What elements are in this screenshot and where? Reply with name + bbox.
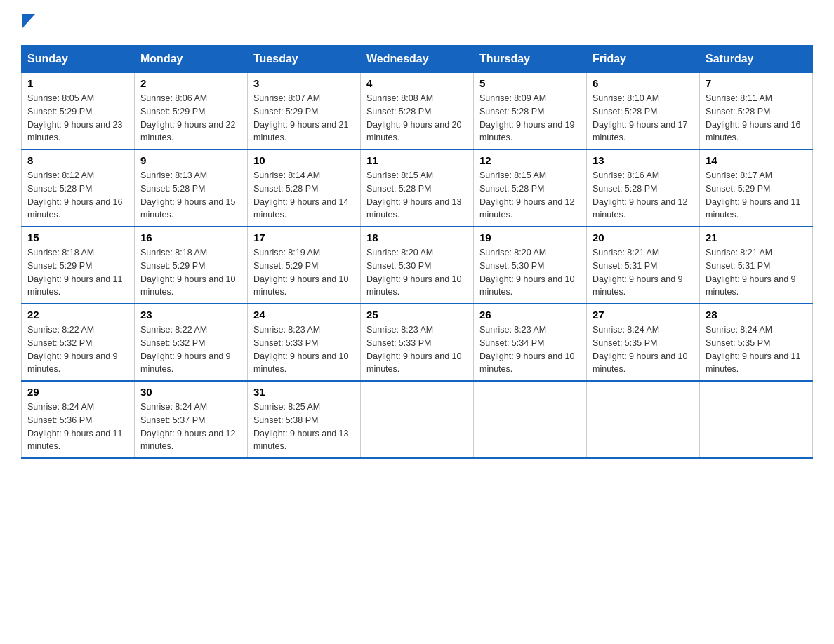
calendar-cell: 19 Sunrise: 8:20 AM Sunset: 5:30 PM Dayl… (474, 227, 587, 304)
day-info: Sunrise: 8:24 AM Sunset: 5:37 PM Dayligh… (140, 401, 241, 453)
calendar-cell: 27 Sunrise: 8:24 AM Sunset: 5:35 PM Dayl… (587, 304, 700, 381)
day-number: 17 (253, 232, 355, 243)
day-info: Sunrise: 8:09 AM Sunset: 5:28 PM Dayligh… (479, 92, 581, 145)
day-number: 5 (479, 77, 581, 89)
calendar-cell: 7 Sunrise: 8:11 AM Sunset: 5:28 PM Dayli… (700, 73, 813, 150)
calendar-cell: 4 Sunrise: 8:08 AM Sunset: 5:28 PM Dayli… (361, 73, 474, 150)
day-number: 31 (253, 386, 355, 398)
calendar-cell (361, 381, 474, 458)
day-number: 16 (140, 232, 241, 243)
day-number: 14 (706, 154, 807, 166)
calendar-cell (700, 381, 813, 458)
header-row: SundayMondayTuesdayWednesdayThursdayFrid… (22, 46, 813, 73)
day-info: Sunrise: 8:21 AM Sunset: 5:31 PM Dayligh… (593, 246, 694, 299)
day-info: Sunrise: 8:22 AM Sunset: 5:32 PM Dayligh… (140, 323, 241, 376)
day-info: Sunrise: 8:24 AM Sunset: 5:35 PM Dayligh… (706, 323, 807, 376)
day-info: Sunrise: 8:14 AM Sunset: 5:28 PM Dayligh… (253, 169, 355, 222)
header-day-saturday: Saturday (700, 46, 813, 73)
calendar-cell: 5 Sunrise: 8:09 AM Sunset: 5:28 PM Dayli… (474, 73, 587, 150)
day-number: 12 (479, 154, 581, 166)
calendar-cell: 18 Sunrise: 8:20 AM Sunset: 5:30 PM Dayl… (361, 227, 474, 304)
calendar-cell: 23 Sunrise: 8:22 AM Sunset: 5:32 PM Dayl… (135, 304, 248, 381)
calendar-week-4: 22 Sunrise: 8:22 AM Sunset: 5:32 PM Dayl… (22, 304, 813, 381)
svg-marker-0 (22, 14, 35, 28)
day-number: 18 (366, 232, 468, 243)
day-info: Sunrise: 8:22 AM Sunset: 5:32 PM Dayligh… (27, 323, 128, 376)
calendar-cell: 3 Sunrise: 8:07 AM Sunset: 5:29 PM Dayli… (248, 73, 361, 150)
day-number: 3 (253, 77, 355, 89)
day-info: Sunrise: 8:23 AM Sunset: 5:33 PM Dayligh… (253, 323, 355, 376)
header-day-thursday: Thursday (474, 46, 587, 73)
calendar-week-3: 15 Sunrise: 8:18 AM Sunset: 5:29 PM Dayl… (22, 227, 813, 304)
day-number: 20 (593, 232, 694, 243)
calendar-cell: 17 Sunrise: 8:19 AM Sunset: 5:29 PM Dayl… (248, 227, 361, 304)
header-day-tuesday: Tuesday (248, 46, 361, 73)
day-number: 26 (479, 309, 581, 321)
day-info: Sunrise: 8:23 AM Sunset: 5:33 PM Dayligh… (366, 323, 468, 376)
calendar-cell: 10 Sunrise: 8:14 AM Sunset: 5:28 PM Dayl… (248, 149, 361, 227)
day-number: 22 (27, 309, 128, 321)
header-day-monday: Monday (135, 46, 248, 73)
calendar-week-5: 29 Sunrise: 8:24 AM Sunset: 5:36 PM Dayl… (22, 381, 813, 458)
day-info: Sunrise: 8:05 AM Sunset: 5:29 PM Dayligh… (27, 92, 128, 145)
calendar-header: SundayMondayTuesdayWednesdayThursdayFrid… (22, 46, 813, 73)
calendar-cell: 21 Sunrise: 8:21 AM Sunset: 5:31 PM Dayl… (700, 227, 813, 304)
day-number: 24 (253, 309, 355, 321)
day-info: Sunrise: 8:23 AM Sunset: 5:34 PM Dayligh… (479, 323, 581, 376)
calendar-cell: 15 Sunrise: 8:18 AM Sunset: 5:29 PM Dayl… (22, 227, 135, 304)
calendar-cell: 30 Sunrise: 8:24 AM Sunset: 5:37 PM Dayl… (135, 381, 248, 458)
day-info: Sunrise: 8:19 AM Sunset: 5:29 PM Dayligh… (253, 246, 355, 299)
calendar-cell: 29 Sunrise: 8:24 AM Sunset: 5:36 PM Dayl… (22, 381, 135, 458)
day-number: 23 (140, 309, 241, 321)
day-number: 6 (593, 77, 694, 89)
calendar-cell: 25 Sunrise: 8:23 AM Sunset: 5:33 PM Dayl… (361, 304, 474, 381)
calendar-cell: 26 Sunrise: 8:23 AM Sunset: 5:34 PM Dayl… (474, 304, 587, 381)
day-number: 4 (366, 77, 468, 89)
calendar-cell: 20 Sunrise: 8:21 AM Sunset: 5:31 PM Dayl… (587, 227, 700, 304)
day-info: Sunrise: 8:06 AM Sunset: 5:29 PM Dayligh… (140, 92, 241, 145)
calendar-cell: 31 Sunrise: 8:25 AM Sunset: 5:38 PM Dayl… (248, 381, 361, 458)
day-number: 29 (27, 386, 128, 398)
calendar-cell: 6 Sunrise: 8:10 AM Sunset: 5:28 PM Dayli… (587, 73, 700, 150)
day-info: Sunrise: 8:15 AM Sunset: 5:28 PM Dayligh… (366, 169, 468, 222)
calendar-week-1: 1 Sunrise: 8:05 AM Sunset: 5:29 PM Dayli… (22, 73, 813, 150)
day-info: Sunrise: 8:20 AM Sunset: 5:30 PM Dayligh… (479, 246, 581, 299)
calendar-cell: 28 Sunrise: 8:24 AM Sunset: 5:35 PM Dayl… (700, 304, 813, 381)
day-number: 15 (27, 232, 128, 243)
day-number: 28 (706, 309, 807, 321)
day-info: Sunrise: 8:16 AM Sunset: 5:28 PM Dayligh… (593, 169, 694, 222)
day-info: Sunrise: 8:08 AM Sunset: 5:28 PM Dayligh… (366, 92, 468, 145)
day-info: Sunrise: 8:17 AM Sunset: 5:29 PM Dayligh… (706, 169, 807, 222)
calendar-cell: 22 Sunrise: 8:22 AM Sunset: 5:32 PM Dayl… (22, 304, 135, 381)
calendar-table: SundayMondayTuesdayWednesdayThursdayFrid… (21, 45, 813, 459)
calendar-week-2: 8 Sunrise: 8:12 AM Sunset: 5:28 PM Dayli… (22, 149, 813, 227)
day-info: Sunrise: 8:13 AM Sunset: 5:28 PM Dayligh… (140, 169, 241, 222)
day-info: Sunrise: 8:20 AM Sunset: 5:30 PM Dayligh… (366, 246, 468, 299)
day-number: 10 (253, 154, 355, 166)
day-info: Sunrise: 8:18 AM Sunset: 5:29 PM Dayligh… (140, 246, 241, 299)
calendar-cell: 12 Sunrise: 8:15 AM Sunset: 5:28 PM Dayl… (474, 149, 587, 227)
header-day-wednesday: Wednesday (361, 46, 474, 73)
day-info: Sunrise: 8:25 AM Sunset: 5:38 PM Dayligh… (253, 401, 355, 453)
day-number: 19 (479, 232, 581, 243)
day-info: Sunrise: 8:24 AM Sunset: 5:35 PM Dayligh… (593, 323, 694, 376)
calendar-cell: 8 Sunrise: 8:12 AM Sunset: 5:28 PM Dayli… (22, 149, 135, 227)
day-number: 13 (593, 154, 694, 166)
day-info: Sunrise: 8:10 AM Sunset: 5:28 PM Dayligh… (593, 92, 694, 145)
calendar-cell (587, 381, 700, 458)
day-number: 2 (140, 77, 241, 89)
header-day-sunday: Sunday (22, 46, 135, 73)
calendar-cell: 24 Sunrise: 8:23 AM Sunset: 5:33 PM Dayl… (248, 304, 361, 381)
day-info: Sunrise: 8:24 AM Sunset: 5:36 PM Dayligh… (27, 401, 128, 453)
calendar-cell: 14 Sunrise: 8:17 AM Sunset: 5:29 PM Dayl… (700, 149, 813, 227)
calendar-cell: 9 Sunrise: 8:13 AM Sunset: 5:28 PM Dayli… (135, 149, 248, 227)
day-number: 9 (140, 154, 241, 166)
day-info: Sunrise: 8:12 AM Sunset: 5:28 PM Dayligh… (27, 169, 128, 222)
calendar-cell: 11 Sunrise: 8:15 AM Sunset: 5:28 PM Dayl… (361, 149, 474, 227)
day-info: Sunrise: 8:07 AM Sunset: 5:29 PM Dayligh… (253, 92, 355, 145)
calendar-body: 1 Sunrise: 8:05 AM Sunset: 5:29 PM Dayli… (22, 73, 813, 459)
calendar-cell: 16 Sunrise: 8:18 AM Sunset: 5:29 PM Dayl… (135, 227, 248, 304)
day-info: Sunrise: 8:11 AM Sunset: 5:28 PM Dayligh… (706, 92, 807, 145)
calendar-cell (474, 381, 587, 458)
day-number: 8 (27, 154, 128, 166)
